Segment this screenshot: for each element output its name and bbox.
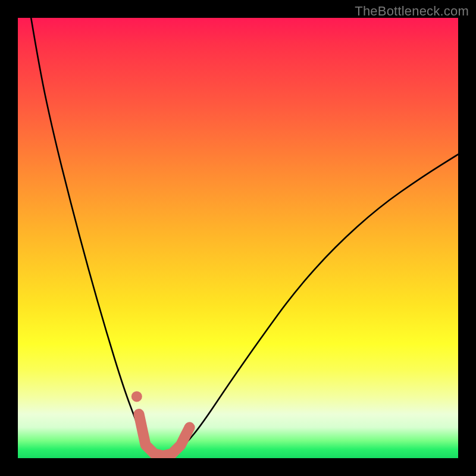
plot-area: [18, 18, 458, 458]
bottleneck-curve: [31, 18, 458, 455]
optimal-region-dot: [131, 391, 142, 402]
chart-frame: TheBottleneck.com: [0, 0, 476, 476]
curve-svg: [18, 18, 458, 458]
watermark-label: TheBottleneck.com: [355, 4, 469, 19]
optimal-region-marker: [139, 414, 190, 456]
